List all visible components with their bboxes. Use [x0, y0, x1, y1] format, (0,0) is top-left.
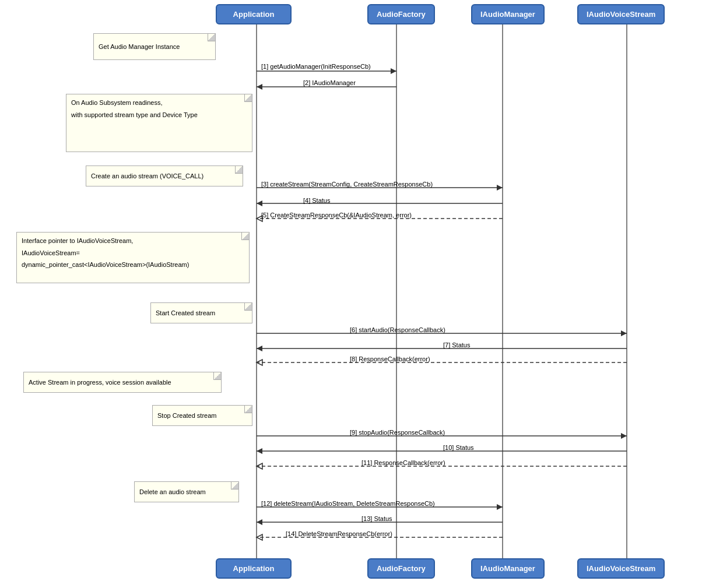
actor-iAudioVoiceStream-top: IAudioVoiceStream [577, 4, 665, 24]
msg3-label: [3] createStream(StreamConfig, CreateStr… [261, 181, 433, 188]
note-stop-stream: Stop Created stream [152, 405, 252, 426]
msg14-label: [14] DeleteStreamResponseCb(error) [286, 530, 392, 537]
note-get-audio: Get Audio Manager Instance [93, 33, 216, 60]
msg2-label: [2] IAudioManager [303, 79, 356, 86]
note-start-stream: Start Created stream [150, 302, 252, 323]
actor-audioFactory-top: AudioFactory [367, 4, 435, 24]
actor-application-bottom: Application [216, 558, 292, 579]
svg-marker-31 [257, 534, 262, 540]
svg-marker-5 [391, 68, 396, 74]
msg6-label: [6] startAudio(ResponseCallback) [350, 326, 445, 333]
actor-application-top: Application [216, 4, 292, 24]
svg-marker-17 [257, 346, 262, 351]
msg11-label: [11] ResponseCallback(error) [361, 459, 445, 466]
note-interface-ptr: Interface pointer to IAudioVoiceStream, … [16, 232, 250, 283]
note-create-stream: Create an audio stream (VOICE_CALL) [86, 166, 243, 186]
svg-marker-21 [621, 433, 627, 439]
actor-iAudioManager-bottom: IAudioManager [471, 558, 545, 579]
msg9-label: [9] stopAudio(ResponseCallback) [350, 429, 445, 436]
msg10-label: [10] Status [443, 444, 474, 451]
note-active-stream: Active Stream in progress, voice session… [23, 372, 222, 393]
svg-marker-27 [497, 504, 503, 510]
msg7-label: [7] Status [443, 341, 470, 348]
sequence-diagram: Application AudioFactory IAudioManager I… [0, 0, 702, 588]
svg-marker-15 [621, 330, 627, 336]
actor-iAudioVoiceStream-bottom: IAudioVoiceStream [577, 558, 665, 579]
svg-marker-29 [257, 519, 262, 525]
svg-marker-9 [497, 185, 503, 191]
msg13-label: [13] Status [361, 515, 392, 522]
note-delete-stream: Delete an audio stream [134, 481, 239, 502]
svg-marker-25 [257, 463, 262, 469]
actor-iAudioManager-top: IAudioManager [471, 4, 545, 24]
msg5-label: [5] CreateStreamResponseCb(&IAudioStream… [261, 212, 412, 219]
msg8-label: [8] ResponseCallback(error) [350, 355, 430, 362]
msg12-label: [12] deleteStream(IAudioStream, DeleteSt… [261, 500, 435, 507]
msg1-label: [1] getAudioManager(InitResponseCb) [261, 63, 371, 70]
svg-marker-19 [257, 360, 262, 365]
svg-marker-23 [257, 448, 262, 454]
actor-audioFactory-bottom: AudioFactory [367, 558, 435, 579]
svg-marker-7 [257, 84, 262, 90]
msg4-label: [4] Status [303, 197, 330, 204]
svg-marker-11 [257, 200, 262, 206]
note-on-audio: On Audio Subsystem readiness, with suppo… [66, 94, 252, 152]
